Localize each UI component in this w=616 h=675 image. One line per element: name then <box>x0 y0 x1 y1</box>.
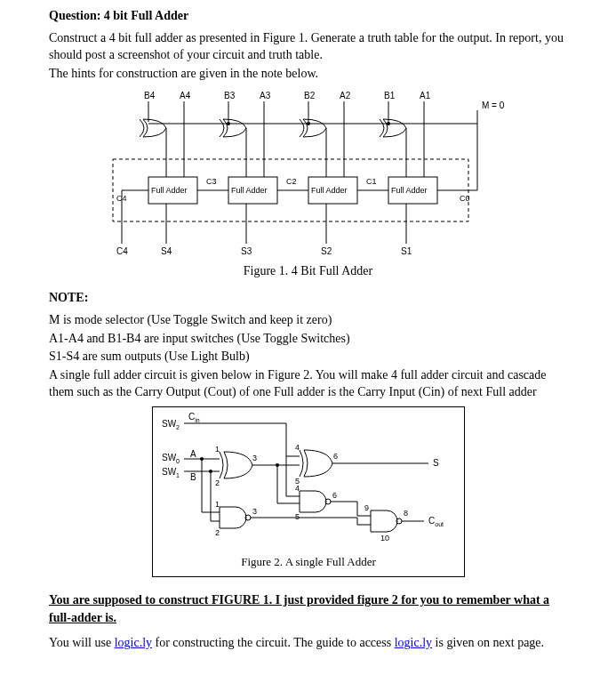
svg-text:1: 1 <box>215 445 220 454</box>
label-sw1: SW1 <box>162 467 180 478</box>
svg-text:Full Adder: Full Adder <box>231 186 268 195</box>
label-a1: A1 <box>420 91 431 100</box>
svg-point-26 <box>227 122 230 125</box>
instruction-text-1: You will use <box>49 636 115 649</box>
out-s2: S2 <box>321 246 332 256</box>
label-a3: A3 <box>260 91 271 100</box>
label-m: M = 0 <box>482 100 505 110</box>
svg-text:4: 4 <box>295 443 300 452</box>
note-line-1: M is mode selector (Use Toggle Switch an… <box>49 312 567 329</box>
label-c3: C3 <box>206 177 217 186</box>
svg-text:Full Adder: Full Adder <box>151 186 188 195</box>
svg-text:6: 6 <box>333 452 338 461</box>
instruction-text-2: for constructing the circuit. The guide … <box>152 636 395 649</box>
svg-text:3: 3 <box>252 454 257 462</box>
svg-text:Full Adder: Full Adder <box>311 186 348 195</box>
svg-text:1: 1 <box>215 500 220 509</box>
note-line-3: S1-S4 are sum outputs (Use Light Bulb) <box>49 349 567 366</box>
svg-point-27 <box>307 122 310 125</box>
instruction-last: You will use logic.ly for constructing t… <box>49 635 567 652</box>
label-sw2: SW2 <box>162 419 180 430</box>
figure2-caption: Figure 2. A single Full Adder <box>241 555 376 568</box>
label-cin: Cin <box>188 412 200 423</box>
figure-2-diagram: SW2 Cin SW0 SW1 A B 1 2 3 4 5 6 S 1 2 3 … <box>152 406 465 577</box>
svg-text:Full Adder: Full Adder <box>391 186 428 195</box>
svg-text:5: 5 <box>295 512 300 521</box>
svg-text:10: 10 <box>380 534 389 542</box>
svg-text:9: 9 <box>364 503 369 512</box>
label-c1: C1 <box>366 177 377 186</box>
figure1-caption: Figure 1. 4 Bit Full Adder <box>49 264 567 278</box>
label-b: B <box>190 472 196 482</box>
instruction-text-3: is given on next page. <box>432 636 544 649</box>
label-sw0: SW0 <box>162 453 180 464</box>
label-a4: A4 <box>180 91 191 100</box>
question-title: Question: 4 bit Full Adder <box>49 9 567 23</box>
label-cout: Cout <box>428 516 444 527</box>
svg-text:2: 2 <box>215 528 220 537</box>
label-c4-mid: C4 <box>116 194 127 203</box>
label-c2: C2 <box>286 177 297 186</box>
label-b4: B4 <box>144 91 156 100</box>
instruction-bold: You are supposed to construct FIGURE 1. … <box>49 591 567 626</box>
svg-text:8: 8 <box>404 509 408 518</box>
out-c4: C4 <box>116 246 128 256</box>
label-c0: C0 <box>460 194 470 203</box>
logicly-link-2[interactable]: logic.ly <box>395 636 432 649</box>
svg-text:2: 2 <box>215 478 220 487</box>
note-title: NOTE: <box>49 291 567 305</box>
label-b1: B1 <box>384 91 396 100</box>
svg-text:6: 6 <box>332 491 337 500</box>
svg-text:4: 4 <box>295 484 300 493</box>
logicly-link-1[interactable]: logic.ly <box>115 636 152 649</box>
label-b3: B3 <box>224 91 236 100</box>
question-paragraph-1: Construct a 4 bit full adder as presente… <box>49 30 567 64</box>
note-line-2: A1-A4 and B1-B4 are input switches (Use … <box>49 331 567 348</box>
out-s4: S4 <box>161 246 172 256</box>
label-b2: B2 <box>304 91 316 100</box>
figure-1-diagram: B4 A4 B3 A3 B2 A2 B1 A1 M = 0 Full Adder… <box>104 88 513 257</box>
bit4-group: Full Adder <box>140 101 197 244</box>
svg-point-28 <box>387 122 390 125</box>
note-line-4: A single full adder circuit is given bel… <box>49 367 567 401</box>
label-s: S <box>433 458 439 468</box>
label-a: A <box>190 449 196 459</box>
label-a2: A2 <box>340 91 351 100</box>
question-paragraph-2: The hints for construction are given in … <box>49 66 567 83</box>
out-s3: S3 <box>241 246 252 256</box>
svg-text:3: 3 <box>252 507 257 516</box>
out-s1: S1 <box>401 246 412 256</box>
